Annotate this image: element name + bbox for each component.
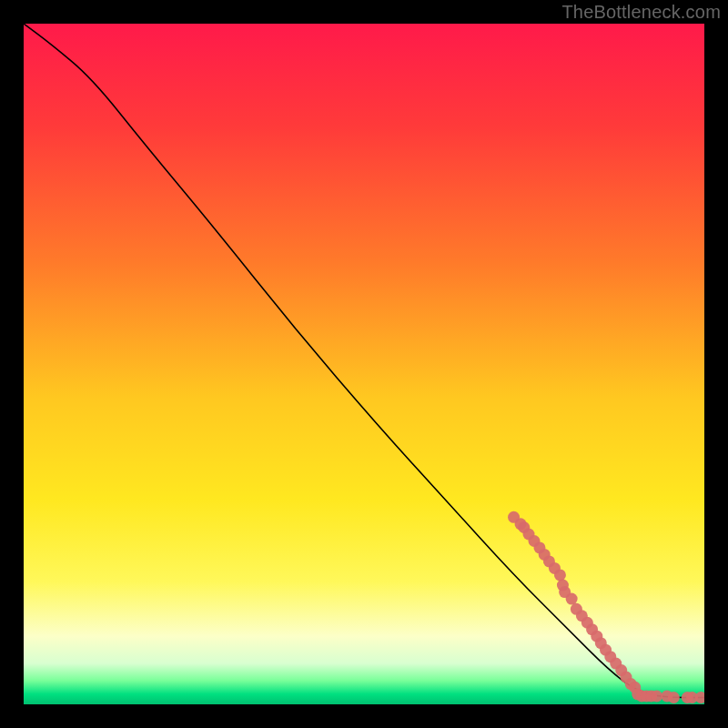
chart-svg (24, 24, 704, 704)
gradient-background (24, 24, 704, 704)
chart-plot-area (24, 24, 704, 704)
data-point (651, 691, 662, 703)
watermark-text: TheBottleneck.com (561, 2, 721, 23)
data-point (554, 569, 566, 581)
data-point (566, 593, 578, 605)
data-point (668, 692, 680, 703)
